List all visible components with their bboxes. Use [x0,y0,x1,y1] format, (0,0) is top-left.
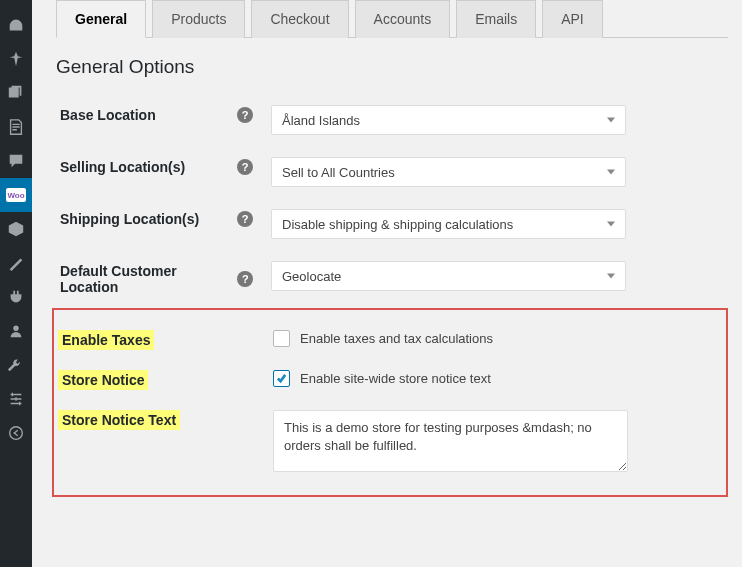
tab-products[interactable]: Products [152,0,245,38]
tab-checkout[interactable]: Checkout [251,0,348,38]
chevron-down-icon [607,118,615,123]
sidebar-tools-icon[interactable] [0,348,32,382]
tab-general[interactable]: General [56,0,146,38]
settings-tabs: General Products Checkout Accounts Email… [56,0,728,38]
tab-api[interactable]: API [542,0,603,38]
checkbox-store-notice[interactable] [273,370,290,387]
sidebar-users-icon[interactable] [0,314,32,348]
section-title: General Options [56,56,728,78]
help-icon[interactable]: ? [237,159,253,175]
label-store-notice-text: Store Notice Text [58,410,180,430]
select-value: Sell to All Countries [282,165,395,180]
woo-badge: Woo [6,188,26,202]
chevron-down-icon [607,170,615,175]
sidebar-collapse-icon[interactable] [0,416,32,450]
sidebar-settings-icon[interactable] [0,382,32,416]
sidebar-comments-icon[interactable] [0,144,32,178]
svg-point-0 [10,427,23,440]
row-default-customer-location: Default Customer Location ? Geolocate [56,250,728,308]
select-value: Åland Islands [282,113,360,128]
settings-content: General Products Checkout Accounts Email… [32,0,742,567]
row-shipping-locations: Shipping Location(s) ? Disable shipping … [56,198,728,250]
sidebar-woocommerce-icon[interactable]: Woo [0,178,32,212]
chevron-down-icon [607,274,615,279]
label-shipping-locations: Shipping Location(s) [56,209,203,229]
select-value: Geolocate [282,269,341,284]
select-base-location[interactable]: Åland Islands [271,105,626,135]
row-store-notice: Store Notice Enable site-wide store noti… [54,360,720,400]
label-enable-taxes: Enable Taxes [58,330,154,350]
row-store-notice-text: Store Notice Text [54,400,720,485]
sidebar-pin-icon[interactable] [0,42,32,76]
help-icon[interactable]: ? [237,107,253,123]
textarea-store-notice[interactable] [273,410,628,472]
general-options-form: Base Location ? Åland Islands Selling Lo… [56,94,728,497]
select-value: Disable shipping & shipping calculations [282,217,513,232]
row-base-location: Base Location ? Åland Islands [56,94,728,146]
row-selling-locations: Selling Location(s) ? Sell to All Countr… [56,146,728,198]
label-base-location: Base Location [56,105,160,125]
sidebar-products-icon[interactable] [0,212,32,246]
label-selling-locations: Selling Location(s) [56,157,189,177]
highlighted-section: Enable Taxes Enable taxes and tax calcul… [52,308,728,497]
chevron-down-icon [607,222,615,227]
row-enable-taxes: Enable Taxes Enable taxes and tax calcul… [54,320,720,360]
sidebar-pages-icon[interactable] [0,110,32,144]
tab-accounts[interactable]: Accounts [355,0,451,38]
checkbox-label: Enable site-wide store notice text [300,371,491,386]
label-default-customer-location: Default Customer Location [56,261,237,297]
label-store-notice: Store Notice [58,370,148,390]
sidebar-media-icon[interactable] [0,76,32,110]
sidebar-appearance-icon[interactable] [0,246,32,280]
select-default-customer-location[interactable]: Geolocate [271,261,626,291]
sidebar-plugins-icon[interactable] [0,280,32,314]
select-shipping-locations[interactable]: Disable shipping & shipping calculations [271,209,626,239]
help-icon[interactable]: ? [237,211,253,227]
tab-emails[interactable]: Emails [456,0,536,38]
sidebar-dashboard-icon[interactable] [0,8,32,42]
admin-sidebar: Woo [0,0,32,567]
checkbox-label: Enable taxes and tax calculations [300,331,493,346]
checkbox-enable-taxes[interactable] [273,330,290,347]
help-icon[interactable]: ? [237,271,253,287]
select-selling-locations[interactable]: Sell to All Countries [271,157,626,187]
